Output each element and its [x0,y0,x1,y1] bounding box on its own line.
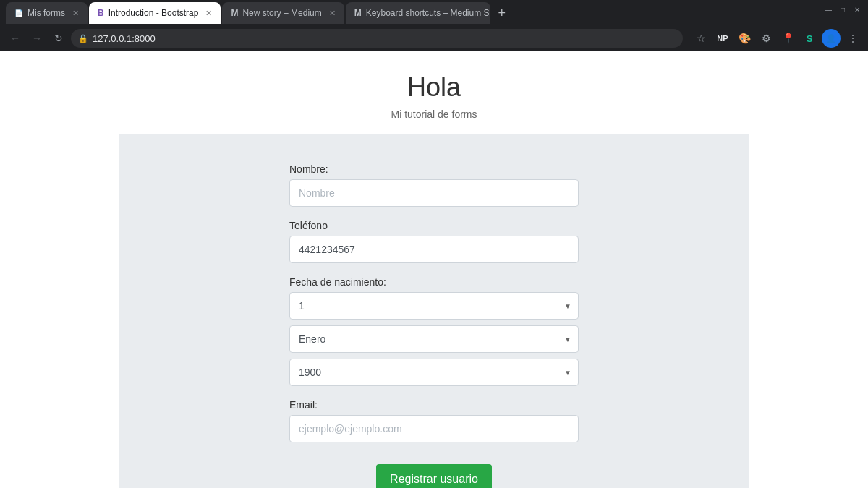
tab-label-3: New story – Medium [242,8,321,18]
settings-button[interactable]: ⚙ [757,29,775,48]
maximize-button[interactable]: □ [838,4,848,14]
tab-label-4: Keyboard shortcuts – Medium S… [366,8,490,18]
back-button[interactable]: ← [6,29,25,48]
tab-label-1: Mis forms [27,8,65,18]
color-picker-button[interactable]: 🎨 [735,29,754,48]
tab-mis-forms[interactable]: 📄 Mis forms ✕ [6,2,88,24]
address-bar-row: ← → ↻ 🔒 127.0.0.1:8000 ☆ NP 🎨 ⚙ 📍 S 👤 ⋮ [0,26,868,51]
user-profile-button[interactable]: 👤 [822,29,841,48]
browser-window: 📄 Mis forms ✕ B Introduction - Bootstrap… [0,0,868,488]
bookmark-button[interactable]: ☆ [692,29,710,48]
tab-close-1[interactable]: ✕ [72,9,79,18]
email-label: Email: [289,399,579,411]
menu-button[interactable]: ⋮ [843,29,862,48]
window-controls: — □ ✕ [823,4,862,14]
page-content: Hola Mi tutorial de forms Nombre: Teléfo… [0,51,868,488]
browser-actions: ☆ NP 🎨 ⚙ 📍 S 👤 ⋮ [692,29,862,48]
telefono-input[interactable] [289,236,579,263]
new-tab-button[interactable]: + [492,3,512,23]
mes-wrapper: Enero Febrero Marzo Abril Mayo Junio Jul… [289,325,579,353]
tab-medium-new[interactable]: M New story – Medium ✕ [222,2,344,24]
email-input[interactable] [289,415,579,442]
grammarly-button[interactable]: S [800,29,819,48]
form-container: Nombre: Teléfono Fecha de nacimiento: 1 … [119,134,749,488]
dia-select[interactable]: 1 2 3 4 5 6 7 8 9 10 11 12 13 [289,292,579,320]
fecha-group: Fecha de nacimiento: 1 2 3 4 5 6 7 8 9 [289,276,579,386]
tab-favicon-1: 📄 [14,9,23,17]
tab-close-2[interactable]: ✕ [205,9,212,18]
location-button[interactable]: 📍 [778,29,797,48]
anio-select[interactable]: 1900 1901 1902 1910 1920 1930 1940 1950 … [289,359,579,386]
email-group: Email: [289,399,579,442]
profile-np-button[interactable]: NP [713,29,732,48]
tab-keyboard-shortcuts[interactable]: M Keyboard shortcuts – Medium S… ✕ [346,2,490,24]
form-inner: Nombre: Teléfono Fecha de nacimiento: 1 … [289,163,579,488]
reload-button[interactable]: ↻ [49,29,68,48]
tab-favicon-4: M [354,8,362,18]
nombre-group: Nombre: [289,163,579,207]
fecha-label: Fecha de nacimiento: [289,276,579,288]
tab-close-3[interactable]: ✕ [329,9,336,18]
nombre-label: Nombre: [289,163,579,175]
mes-select[interactable]: Enero Febrero Marzo Abril Mayo Junio Jul… [289,325,579,353]
tab-favicon-2: B [98,8,104,18]
address-bar[interactable]: 🔒 127.0.0.1:8000 [71,29,683,48]
browser-chrome: 📄 Mis forms ✕ B Introduction - Bootstrap… [0,0,868,51]
dia-wrapper: 1 2 3 4 5 6 7 8 9 10 11 12 13 [289,292,579,320]
tab-favicon-3: M [231,8,238,18]
telefono-label: Teléfono [289,220,579,231]
register-button[interactable]: Registrar usuario [376,464,492,488]
address-text: 127.0.0.1:8000 [93,33,156,44]
tab-label-2: Introduction - Bootstrap [109,8,199,18]
telefono-group: Teléfono [289,220,579,263]
tab-bar: 📄 Mis forms ✕ B Introduction - Bootstrap… [0,0,868,26]
close-button[interactable]: ✕ [852,4,862,14]
nombre-input[interactable] [289,179,579,207]
anio-wrapper: 1900 1901 1902 1910 1920 1930 1940 1950 … [289,359,579,386]
page-title: Hola [0,72,868,103]
minimize-button[interactable]: — [823,4,833,14]
tab-introduction[interactable]: B Introduction - Bootstrap ✕ [89,2,221,24]
page-header: Hola Mi tutorial de forms [0,51,868,134]
forward-button[interactable]: → [27,29,46,48]
lock-icon: 🔒 [78,34,88,43]
page-subtitle: Mi tutorial de forms [0,108,868,120]
